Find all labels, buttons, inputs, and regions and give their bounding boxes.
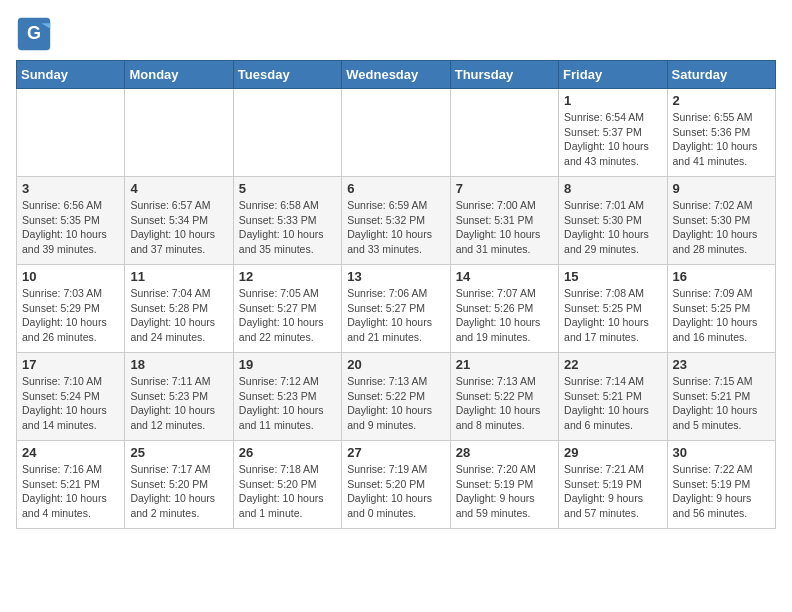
calendar-cell: 10Sunrise: 7:03 AM Sunset: 5:29 PM Dayli… [17,265,125,353]
calendar-cell [342,89,450,177]
day-number: 25 [130,445,227,460]
day-number: 10 [22,269,119,284]
day-info: Sunrise: 7:10 AM Sunset: 5:24 PM Dayligh… [22,374,119,433]
calendar-cell: 27Sunrise: 7:19 AM Sunset: 5:20 PM Dayli… [342,441,450,529]
day-info: Sunrise: 7:16 AM Sunset: 5:21 PM Dayligh… [22,462,119,521]
calendar-cell [233,89,341,177]
day-info: Sunrise: 7:08 AM Sunset: 5:25 PM Dayligh… [564,286,661,345]
calendar-week-row: 10Sunrise: 7:03 AM Sunset: 5:29 PM Dayli… [17,265,776,353]
calendar-body: 1Sunrise: 6:54 AM Sunset: 5:37 PM Daylig… [17,89,776,529]
calendar-week-row: 3Sunrise: 6:56 AM Sunset: 5:35 PM Daylig… [17,177,776,265]
day-info: Sunrise: 7:03 AM Sunset: 5:29 PM Dayligh… [22,286,119,345]
calendar-week-row: 1Sunrise: 6:54 AM Sunset: 5:37 PM Daylig… [17,89,776,177]
calendar-cell: 14Sunrise: 7:07 AM Sunset: 5:26 PM Dayli… [450,265,558,353]
calendar-cell: 21Sunrise: 7:13 AM Sunset: 5:22 PM Dayli… [450,353,558,441]
calendar-header: SundayMondayTuesdayWednesdayThursdayFrid… [17,61,776,89]
weekday-header-tuesday: Tuesday [233,61,341,89]
day-number: 28 [456,445,553,460]
day-info: Sunrise: 7:15 AM Sunset: 5:21 PM Dayligh… [673,374,770,433]
day-info: Sunrise: 7:09 AM Sunset: 5:25 PM Dayligh… [673,286,770,345]
calendar-cell: 2Sunrise: 6:55 AM Sunset: 5:36 PM Daylig… [667,89,775,177]
day-number: 18 [130,357,227,372]
day-info: Sunrise: 7:17 AM Sunset: 5:20 PM Dayligh… [130,462,227,521]
calendar-cell: 17Sunrise: 7:10 AM Sunset: 5:24 PM Dayli… [17,353,125,441]
day-number: 15 [564,269,661,284]
day-info: Sunrise: 7:07 AM Sunset: 5:26 PM Dayligh… [456,286,553,345]
day-info: Sunrise: 7:14 AM Sunset: 5:21 PM Dayligh… [564,374,661,433]
day-number: 17 [22,357,119,372]
weekday-header-monday: Monday [125,61,233,89]
day-number: 2 [673,93,770,108]
day-number: 26 [239,445,336,460]
calendar-cell: 4Sunrise: 6:57 AM Sunset: 5:34 PM Daylig… [125,177,233,265]
calendar-cell: 9Sunrise: 7:02 AM Sunset: 5:30 PM Daylig… [667,177,775,265]
day-number: 6 [347,181,444,196]
day-info: Sunrise: 7:18 AM Sunset: 5:20 PM Dayligh… [239,462,336,521]
day-number: 24 [22,445,119,460]
calendar-cell: 23Sunrise: 7:15 AM Sunset: 5:21 PM Dayli… [667,353,775,441]
day-number: 8 [564,181,661,196]
day-number: 19 [239,357,336,372]
day-number: 20 [347,357,444,372]
calendar-cell: 24Sunrise: 7:16 AM Sunset: 5:21 PM Dayli… [17,441,125,529]
weekday-header-saturday: Saturday [667,61,775,89]
calendar-cell: 8Sunrise: 7:01 AM Sunset: 5:30 PM Daylig… [559,177,667,265]
day-info: Sunrise: 7:21 AM Sunset: 5:19 PM Dayligh… [564,462,661,521]
day-number: 11 [130,269,227,284]
calendar-cell: 26Sunrise: 7:18 AM Sunset: 5:20 PM Dayli… [233,441,341,529]
day-number: 1 [564,93,661,108]
day-info: Sunrise: 6:59 AM Sunset: 5:32 PM Dayligh… [347,198,444,257]
weekday-header-sunday: Sunday [17,61,125,89]
day-info: Sunrise: 6:58 AM Sunset: 5:33 PM Dayligh… [239,198,336,257]
day-info: Sunrise: 6:57 AM Sunset: 5:34 PM Dayligh… [130,198,227,257]
svg-text:G: G [27,23,41,43]
calendar-cell [450,89,558,177]
calendar-cell: 15Sunrise: 7:08 AM Sunset: 5:25 PM Dayli… [559,265,667,353]
day-info: Sunrise: 7:13 AM Sunset: 5:22 PM Dayligh… [347,374,444,433]
day-info: Sunrise: 7:11 AM Sunset: 5:23 PM Dayligh… [130,374,227,433]
weekday-header-thursday: Thursday [450,61,558,89]
day-info: Sunrise: 7:06 AM Sunset: 5:27 PM Dayligh… [347,286,444,345]
day-info: Sunrise: 7:22 AM Sunset: 5:19 PM Dayligh… [673,462,770,521]
calendar-cell: 3Sunrise: 6:56 AM Sunset: 5:35 PM Daylig… [17,177,125,265]
day-info: Sunrise: 7:13 AM Sunset: 5:22 PM Dayligh… [456,374,553,433]
day-number: 5 [239,181,336,196]
calendar-cell: 19Sunrise: 7:12 AM Sunset: 5:23 PM Dayli… [233,353,341,441]
day-number: 16 [673,269,770,284]
calendar-cell: 13Sunrise: 7:06 AM Sunset: 5:27 PM Dayli… [342,265,450,353]
day-number: 21 [456,357,553,372]
calendar-cell: 30Sunrise: 7:22 AM Sunset: 5:19 PM Dayli… [667,441,775,529]
calendar-cell: 11Sunrise: 7:04 AM Sunset: 5:28 PM Dayli… [125,265,233,353]
day-number: 3 [22,181,119,196]
calendar-week-row: 17Sunrise: 7:10 AM Sunset: 5:24 PM Dayli… [17,353,776,441]
day-info: Sunrise: 7:05 AM Sunset: 5:27 PM Dayligh… [239,286,336,345]
day-number: 23 [673,357,770,372]
calendar-cell: 1Sunrise: 6:54 AM Sunset: 5:37 PM Daylig… [559,89,667,177]
calendar-cell [125,89,233,177]
day-info: Sunrise: 7:19 AM Sunset: 5:20 PM Dayligh… [347,462,444,521]
calendar-cell: 5Sunrise: 6:58 AM Sunset: 5:33 PM Daylig… [233,177,341,265]
calendar-cell: 25Sunrise: 7:17 AM Sunset: 5:20 PM Dayli… [125,441,233,529]
day-info: Sunrise: 7:02 AM Sunset: 5:30 PM Dayligh… [673,198,770,257]
calendar-cell: 7Sunrise: 7:00 AM Sunset: 5:31 PM Daylig… [450,177,558,265]
day-number: 14 [456,269,553,284]
day-info: Sunrise: 7:01 AM Sunset: 5:30 PM Dayligh… [564,198,661,257]
day-number: 30 [673,445,770,460]
day-info: Sunrise: 6:54 AM Sunset: 5:37 PM Dayligh… [564,110,661,169]
calendar-cell: 22Sunrise: 7:14 AM Sunset: 5:21 PM Dayli… [559,353,667,441]
day-info: Sunrise: 7:00 AM Sunset: 5:31 PM Dayligh… [456,198,553,257]
calendar-cell: 29Sunrise: 7:21 AM Sunset: 5:19 PM Dayli… [559,441,667,529]
day-number: 13 [347,269,444,284]
calendar-cell: 18Sunrise: 7:11 AM Sunset: 5:23 PM Dayli… [125,353,233,441]
calendar-cell [17,89,125,177]
day-info: Sunrise: 7:12 AM Sunset: 5:23 PM Dayligh… [239,374,336,433]
day-number: 9 [673,181,770,196]
calendar-cell: 6Sunrise: 6:59 AM Sunset: 5:32 PM Daylig… [342,177,450,265]
calendar-cell: 20Sunrise: 7:13 AM Sunset: 5:22 PM Dayli… [342,353,450,441]
calendar-cell: 16Sunrise: 7:09 AM Sunset: 5:25 PM Dayli… [667,265,775,353]
day-number: 12 [239,269,336,284]
day-number: 29 [564,445,661,460]
day-info: Sunrise: 6:56 AM Sunset: 5:35 PM Dayligh… [22,198,119,257]
weekday-header-row: SundayMondayTuesdayWednesdayThursdayFrid… [17,61,776,89]
day-info: Sunrise: 7:04 AM Sunset: 5:28 PM Dayligh… [130,286,227,345]
